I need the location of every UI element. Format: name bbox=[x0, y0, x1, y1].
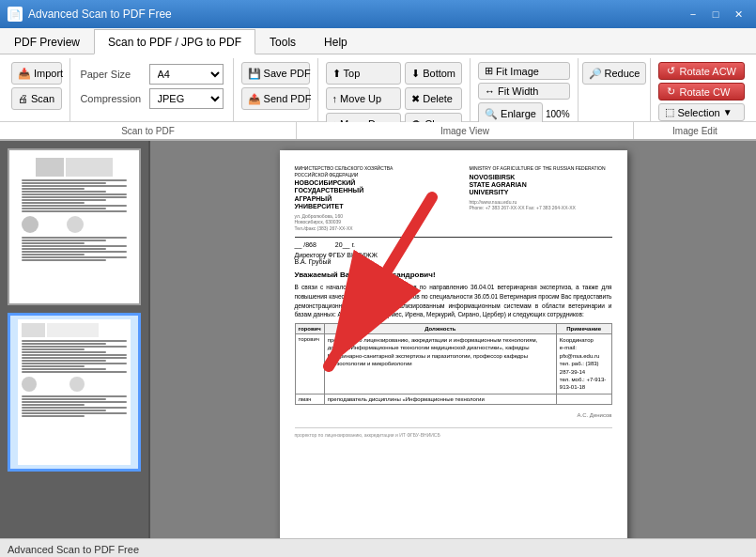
tab-scan-to-pdf[interactable]: Scan to PDF / JPG to PDF bbox=[94, 29, 255, 54]
reduce-icon: 🔎 bbox=[589, 68, 602, 80]
image-view-label: Image View bbox=[297, 122, 634, 139]
rotate-acw-icon: ↺ bbox=[667, 65, 675, 77]
document-viewer[interactable]: МИНИСТЕРСТВО СЕЛЬСКОГО ХОЗЯЙСТВА РОССИЙС… bbox=[150, 141, 756, 538]
selection-dropdown-icon: ▼ bbox=[723, 107, 733, 117]
image-edit-label: Image Edit bbox=[634, 122, 756, 139]
toolbar: 📥 Import 🖨 Scan Paper Size A4 Letter Leg… bbox=[0, 54, 756, 141]
doc-date: __ /868 20__ г. bbox=[295, 241, 612, 248]
scan-icon: 🖨 bbox=[18, 93, 28, 104]
send-icon: 📤 bbox=[248, 93, 261, 105]
tab-pdf-preview[interactable]: PDF Preview bbox=[0, 29, 94, 54]
tab-help[interactable]: Help bbox=[310, 29, 362, 54]
status-bar: Advanced Scan to PDF Free bbox=[0, 538, 756, 557]
reduce-button[interactable]: 🔎 Reduce bbox=[582, 62, 647, 85]
delete-button[interactable]: ✖ Delete bbox=[405, 87, 462, 110]
selection-icon: ⬚ bbox=[665, 106, 674, 118]
main-area: МИНИСТЕРСТВО СЕЛЬСКОГО ХОЗЯЙСТВА РОССИЙС… bbox=[0, 141, 756, 538]
send-pdf-button[interactable]: 📤 Send PDF bbox=[241, 87, 310, 110]
save-pdf-button[interactable]: 💾 Save PDF bbox=[241, 62, 310, 85]
window-title: Advanced Scan to PDF Free bbox=[28, 8, 172, 21]
status-text: Advanced Scan to PDF Free bbox=[8, 544, 139, 555]
rotate-acw-button[interactable]: ↺ Rotate ACW bbox=[658, 62, 745, 80]
doc-addressee: Директору ФГБУ ВНИИЖЖ В.А. Грубый bbox=[295, 252, 612, 265]
bottom-button[interactable]: ⬇ Bottom bbox=[405, 62, 462, 85]
doc-table: горович Должность Примечание торович про… bbox=[295, 323, 612, 405]
rotate-cw-button[interactable]: ↻ Rotate CW bbox=[658, 83, 745, 101]
doc-greeting: Уважаемый Василий Александрович! bbox=[295, 271, 612, 279]
scan-button[interactable]: 🖨 Scan bbox=[11, 87, 62, 110]
save-icon: 💾 bbox=[248, 68, 261, 80]
maximize-button[interactable]: □ bbox=[705, 5, 726, 23]
compression-label: Compression bbox=[80, 93, 145, 104]
menu-bar: PDF Preview Scan to PDF / JPG to PDF Too… bbox=[0, 28, 756, 54]
doc-signature: А.С. Денисов bbox=[295, 412, 612, 418]
close-button[interactable]: ✕ bbox=[728, 5, 748, 23]
bottom-icon: ⬇ bbox=[411, 68, 420, 80]
enlarge-icon: 🔍 bbox=[485, 108, 498, 120]
doc-footer: проректор по лицензированию, аккредитаци… bbox=[295, 427, 612, 438]
title-bar: 📄 Advanced Scan to PDF Free − □ ✕ bbox=[0, 0, 756, 28]
import-icon: 📥 bbox=[18, 68, 31, 80]
tab-tools[interactable]: Tools bbox=[255, 29, 310, 54]
scan-to-pdf-label: Scan to PDF bbox=[0, 122, 297, 139]
thumbnail-image-2 bbox=[18, 319, 131, 465]
doc-para-1: В связи с началом подготовки магистров п… bbox=[295, 283, 612, 319]
app-icon: 📄 bbox=[8, 7, 23, 22]
minimize-button[interactable]: − bbox=[683, 5, 703, 23]
move-up-icon: ↑ bbox=[332, 93, 338, 104]
window-controls: − □ ✕ bbox=[683, 5, 748, 23]
fit-width-icon: ↔ bbox=[485, 85, 495, 97]
document-page: МИНИСТЕРСТВО СЕЛЬСКОГО ХОЗЯЙСТВА РОССИЙС… bbox=[280, 150, 627, 538]
thumbnail-1[interactable] bbox=[8, 148, 141, 305]
paper-size-select[interactable]: A4 Letter Legal bbox=[149, 64, 224, 85]
compression-select[interactable]: JPEG PNG TIFF bbox=[149, 88, 224, 109]
doc-header-left: МИНИСТЕРСТВО СЕЛЬСКОГО ХОЗЯЙСТВА РОССИЙС… bbox=[295, 165, 422, 231]
move-up-button[interactable]: ↑ Move Up bbox=[326, 87, 402, 110]
thumbnail-panel bbox=[0, 141, 150, 538]
top-icon: ⬆ bbox=[332, 68, 341, 80]
selection-button[interactable]: ⬚ Selection ▼ bbox=[658, 103, 745, 121]
zoom-level: 100% bbox=[546, 109, 570, 119]
fit-image-button[interactable]: ⊞ Fit Image bbox=[478, 62, 570, 80]
doc-header-right: MINISTRY OF AGRICULTURE OF THE RUSSIAN F… bbox=[469, 165, 611, 231]
delete-icon: ✖ bbox=[411, 93, 420, 105]
fit-image-icon: ⊞ bbox=[485, 65, 493, 77]
paper-size-label: Paper Size bbox=[80, 69, 145, 80]
thumbnail-image-1 bbox=[18, 154, 131, 300]
import-button[interactable]: 📥 Import bbox=[11, 62, 62, 85]
fit-width-button[interactable]: ↔ Fit Width bbox=[478, 83, 570, 100]
top-button[interactable]: ⬆ Top bbox=[326, 62, 402, 85]
thumbnail-2[interactable] bbox=[8, 313, 141, 472]
rotate-cw-icon: ↻ bbox=[667, 85, 675, 98]
